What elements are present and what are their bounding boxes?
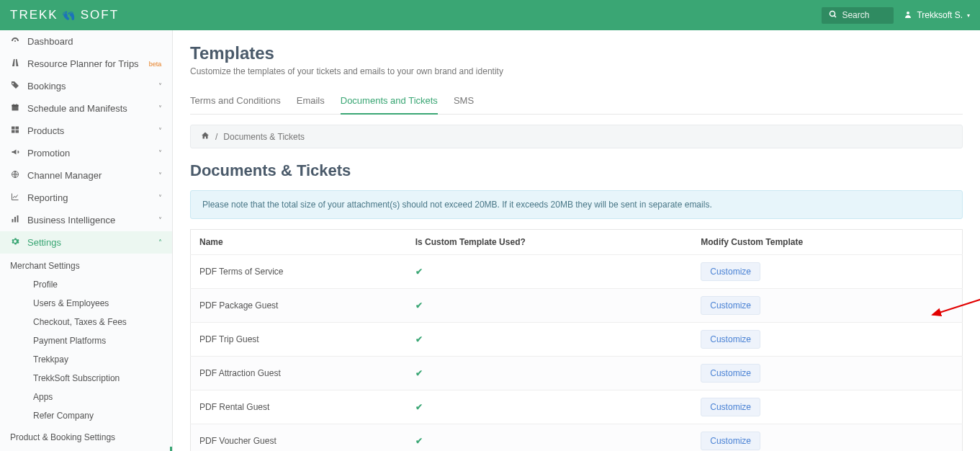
svg-rect-7 [17,104,17,106]
chart-bar-icon [10,215,20,226]
cell-custom: ✔ [407,424,693,452]
calendar-icon [10,103,20,114]
svg-rect-8 [12,127,15,130]
check-icon: ✔ [415,436,423,446]
svg-rect-14 [14,217,16,223]
tachometer-icon [10,36,20,47]
sidebar-item-promotion[interactable]: Promotion˅ [0,142,172,164]
chevron-down-icon: ˅ [158,216,162,224]
sidebar-item-resource-planner-for-trips[interactable]: Resource Planner for Tripsbeta [0,53,172,75]
check-icon: ✔ [415,267,423,277]
sidebar-sub-profile[interactable]: Profile [0,275,172,294]
chevron-down-icon: ˅ [158,171,162,179]
customize-button[interactable]: Customize [701,262,760,281]
sidebar: DashboardResource Planner for TripsbetaB… [0,30,173,451]
sidebar-item-label: Reporting [27,192,68,203]
svg-rect-15 [17,215,19,223]
sidebar-item-label: Settings [27,237,61,248]
cell-custom: ✔ [407,357,693,390]
cell-name: PDF Voucher Guest [191,424,407,452]
search-icon [829,10,837,21]
page-title: Templates [190,43,963,63]
cell-modify: Customize [692,255,962,289]
chart-line-icon [10,192,20,203]
sidebar-sub-emails-tickets[interactable]: Emails & Tickets [0,447,172,451]
sidebar-group-title: Merchant Settings [0,254,172,275]
info-notice: Please note that the total size of your … [190,190,963,219]
tags-icon [10,81,20,91]
sidebar-item-label: Promotion [27,148,70,158]
col-name: Name [191,230,407,255]
tab-terms-and-conditions[interactable]: Terms and Conditions [190,89,281,114]
sidebar-sub-trekksoft-subscription[interactable]: TrekkSoft Subscription [0,369,172,388]
sidebar-item-dashboard[interactable]: Dashboard [0,30,172,53]
svg-rect-9 [16,127,19,130]
tab-emails[interactable]: Emails [297,89,325,114]
svg-point-3 [14,40,16,42]
check-icon: ✔ [415,368,423,378]
road-icon [10,58,20,69]
sidebar-item-label: Schedule and Manifests [27,103,127,114]
sidebar-item-products[interactable]: Products˅ [0,120,172,142]
check-icon: ✔ [415,300,423,311]
svg-point-0 [830,11,835,16]
brand-logo[interactable]: TREKK 👣 SOFT [10,8,119,22]
chevron-down-icon: ˅ [158,104,162,112]
sidebar-sub-users-employees[interactable]: Users & Employees [0,294,172,313]
chevron-down-icon: ˅ [158,127,162,135]
cell-custom: ✔ [407,255,693,289]
customize-button[interactable]: Customize [701,296,760,315]
user-menu[interactable]: Trekksoft S. ▾ [904,10,970,21]
cell-modify: Customize [692,289,962,323]
svg-rect-13 [12,219,14,223]
chevron-down-icon: ˅ [158,82,162,90]
customize-button[interactable]: Customize [701,364,760,383]
sidebar-sub-apps[interactable]: Apps [0,388,172,406]
globe-icon [10,170,20,181]
home-icon[interactable] [201,131,210,142]
tab-sms[interactable]: SMS [454,89,474,114]
cell-modify: Customize [692,390,962,424]
svg-line-1 [835,15,837,17]
main-content: Templates Customize the templates of you… [173,30,980,451]
svg-rect-6 [14,104,14,106]
sidebar-sub-refer-company[interactable]: Refer Company [0,406,172,425]
cell-custom: ✔ [407,323,693,357]
sidebar-sub-payment-platforms[interactable]: Payment Platforms [0,331,172,350]
sidebar-item-channel-manager[interactable]: Channel Manager˅ [0,164,172,187]
cell-name: PDF Terms of Service [191,255,407,289]
sidebar-item-label: Business Intelligence [27,215,115,226]
col-custom: Is Custom Template Used? [407,230,693,255]
chevron-down-icon: ˅ [158,194,162,202]
sidebar-sub-checkout-taxes-fees[interactable]: Checkout, Taxes & Fees [0,313,172,331]
customize-button[interactable]: Customize [701,432,760,450]
brand-name-b: SOFT [81,8,119,22]
sidebar-item-label: Products [27,125,64,136]
cell-custom: ✔ [407,289,693,323]
sidebar-item-business-intelligence[interactable]: Business Intelligence˅ [0,209,172,231]
svg-rect-11 [16,130,19,133]
search-box[interactable] [822,7,894,24]
sidebar-item-schedule-and-manifests[interactable]: Schedule and Manifests˅ [0,97,172,120]
templates-table: Name Is Custom Template Used? Modify Cus… [190,229,963,451]
th-icon [10,125,20,136]
check-icon: ✔ [415,402,423,412]
customize-button[interactable]: Customize [701,398,760,416]
sidebar-item-reporting[interactable]: Reporting˅ [0,187,172,209]
customize-button[interactable]: Customize [701,330,760,349]
table-row: PDF Voucher Guest✔Customize [191,424,963,452]
search-input[interactable] [842,10,885,20]
sidebar-item-bookings[interactable]: Bookings˅ [0,75,172,97]
beta-badge: beta [149,61,162,68]
sidebar-item-settings[interactable]: Settings˄ [0,231,172,254]
top-header: TREKK 👣 SOFT Trekksoft S. ▾ [0,0,980,30]
sidebar-sub-trekkpay[interactable]: Trekkpay [0,350,172,369]
check-icon: ✔ [415,334,423,344]
table-row: PDF Attraction Guest✔Customize [191,357,963,390]
svg-rect-10 [12,130,15,133]
tab-documents-and-tickets[interactable]: Documents and Tickets [341,89,438,115]
svg-rect-5 [12,105,19,107]
table-row: PDF Trip Guest✔Customize [191,323,963,357]
cell-name: PDF Trip Guest [191,323,407,357]
user-icon [904,10,912,21]
